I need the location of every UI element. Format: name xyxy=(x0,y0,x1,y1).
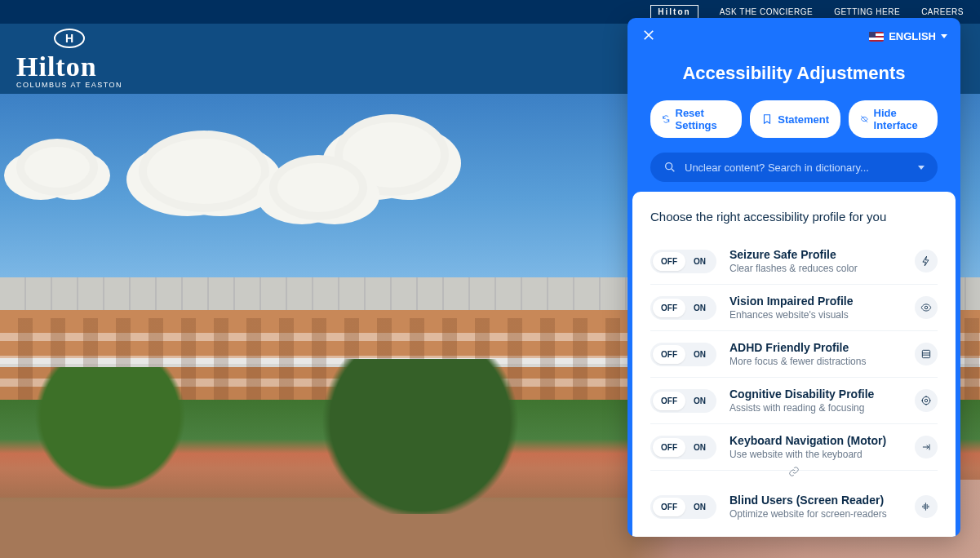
toggle-vision-impaired[interactable]: OFF ON xyxy=(650,296,716,320)
sound-wave-icon xyxy=(915,495,938,518)
toggle-off: OFF xyxy=(653,252,685,271)
bookmark-icon xyxy=(761,113,773,125)
profile-desc: Assists with reading & focusing xyxy=(729,402,902,414)
svg-point-0 xyxy=(666,163,672,170)
toggle-off: OFF xyxy=(653,498,685,516)
panel-title: Accessibility Adjustments xyxy=(641,63,947,84)
profile-name: Seizure Safe Profile xyxy=(729,248,902,261)
language-selector[interactable]: ENGLISH xyxy=(869,30,947,42)
profiles-card: Choose the right accessibility profile f… xyxy=(632,192,956,537)
profile-desc: Optimize website for screen-readers xyxy=(729,508,902,520)
link-icon xyxy=(650,466,938,480)
tab-arrow-icon xyxy=(915,436,938,458)
toggle-on: ON xyxy=(685,299,714,317)
profile-name: Cognitive Disability Profile xyxy=(729,388,902,401)
toggle-on: ON xyxy=(685,392,714,410)
toggle-cognitive-disability[interactable]: OFF ON xyxy=(650,389,716,413)
toggle-on: ON xyxy=(685,345,714,364)
accessibility-panel: ENGLISH Accessibility Adjustments Reset … xyxy=(627,18,960,537)
focus-frame-icon xyxy=(915,343,938,365)
us-flag-icon xyxy=(869,32,884,42)
close-panel-button[interactable] xyxy=(641,28,657,45)
logo-glyph: H xyxy=(54,29,85,48)
eye-icon xyxy=(915,296,938,319)
toggle-on: ON xyxy=(685,252,714,271)
profile-desc: Use website with the keyboard xyxy=(729,449,902,460)
toggle-seizure-safe[interactable]: OFF ON xyxy=(650,250,716,273)
reset-label: Reset Settings xyxy=(676,107,731,131)
svg-point-1 xyxy=(925,306,928,309)
profile-desc: More focus & fewer distractions xyxy=(729,356,902,367)
profile-desc: Enhances website's visuals xyxy=(729,309,902,321)
toggle-off: OFF xyxy=(653,392,685,410)
svg-rect-2 xyxy=(922,350,929,357)
reset-icon xyxy=(662,113,671,125)
language-label: ENGLISH xyxy=(889,30,936,42)
brand-box[interactable]: Hilton xyxy=(650,5,698,19)
toggle-keyboard-navigation[interactable]: OFF ON xyxy=(650,436,716,459)
toggle-off: OFF xyxy=(653,299,685,317)
card-title: Choose the right accessibility profile f… xyxy=(650,210,938,224)
toggle-off: OFF xyxy=(653,438,685,457)
target-icon xyxy=(915,389,938,412)
toggle-on: ON xyxy=(685,498,714,516)
hide-label: Hide Interface xyxy=(874,107,926,131)
search-placeholder: Unclear content? Search in dictionary... xyxy=(685,162,910,174)
profile-name: Blind Users (Screen Reader) xyxy=(729,494,902,507)
profile-desc: Clear flashes & reduces color xyxy=(729,263,902,274)
profile-cognitive-disability: OFF ON Cognitive Disability Profile Assi… xyxy=(650,378,938,424)
toggle-on: ON xyxy=(685,438,714,457)
search-icon xyxy=(663,161,676,174)
svg-point-4 xyxy=(925,399,928,402)
hilton-logo[interactable]: H Hilton COLUMBUS AT EASTON xyxy=(16,29,122,89)
top-link-careers[interactable]: CAREERS xyxy=(921,7,964,16)
lightning-icon xyxy=(915,250,938,272)
profile-name: ADHD Friendly Profile xyxy=(729,341,902,354)
top-link-getting-here[interactable]: GETTING HERE xyxy=(834,7,900,16)
dictionary-search[interactable]: Unclear content? Search in dictionary... xyxy=(650,153,938,182)
logo-word: Hilton xyxy=(16,51,122,82)
chevron-down-icon xyxy=(941,34,947,38)
profile-adhd-friendly: OFF ON ADHD Friendly Profile More focus … xyxy=(650,331,938,378)
profile-name: Keyboard Navigation (Motor) xyxy=(729,434,902,447)
reset-settings-button[interactable]: Reset Settings xyxy=(650,100,742,138)
svg-point-3 xyxy=(922,396,929,404)
toggle-off: OFF xyxy=(653,345,685,364)
profile-seizure-safe: OFF ON Seizure Safe Profile Clear flashe… xyxy=(650,238,938,285)
toggle-blind-users[interactable]: OFF ON xyxy=(650,495,716,519)
profile-vision-impaired: OFF ON Vision Impaired Profile Enhances … xyxy=(650,285,938,331)
eye-off-icon xyxy=(860,113,868,125)
close-icon xyxy=(643,29,654,41)
top-link-concierge[interactable]: ASK THE CONCIERGE xyxy=(720,7,813,16)
profile-blind-users: OFF ON Blind Users (Screen Reader) Optim… xyxy=(650,484,938,529)
toggle-adhd-friendly[interactable]: OFF ON xyxy=(650,343,716,366)
statement-button[interactable]: Statement xyxy=(750,100,840,138)
chevron-down-icon xyxy=(918,166,925,170)
hide-interface-button[interactable]: Hide Interface xyxy=(849,100,938,138)
logo-subtitle: COLUMBUS AT EASTON xyxy=(16,81,122,89)
statement-label: Statement xyxy=(778,113,829,126)
profile-name: Vision Impaired Profile xyxy=(729,294,902,308)
profile-keyboard-navigation: OFF ON Keyboard Navigation (Motor) Use w… xyxy=(650,424,938,471)
